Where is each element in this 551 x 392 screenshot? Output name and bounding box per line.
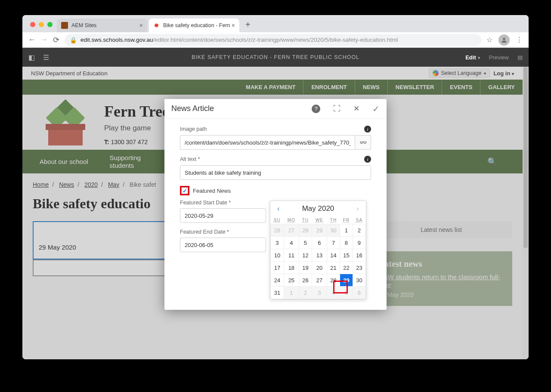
nav-events[interactable]: EVENTS bbox=[442, 80, 480, 95]
calendar-day[interactable]: 13 bbox=[312, 249, 327, 262]
edit-mode-selector[interactable]: Edit▾ bbox=[465, 54, 480, 61]
browser-tab-active[interactable]: Bike safety education - Fern Tr × bbox=[149, 19, 239, 32]
calendar-day[interactable]: 4 bbox=[327, 287, 340, 299]
calendar-day[interactable]: 30 bbox=[327, 224, 340, 237]
calendar-day[interactable]: 20 bbox=[312, 262, 327, 274]
browser-tab-inactive[interactable]: AEM Sites × bbox=[57, 19, 147, 32]
url-field[interactable]: 🔒 edit.sws.schools.nsw.gov.au/editor.htm… bbox=[65, 34, 481, 46]
preview-button[interactable]: Preview bbox=[489, 54, 509, 61]
prev-month-button[interactable]: ‹ bbox=[275, 205, 282, 213]
help-icon[interactable]: ? bbox=[312, 105, 320, 113]
quick-nav: MAKE A PAYMENT ENROLMENT NEWS NEWSLETTER… bbox=[22, 80, 523, 95]
calendar-day[interactable]: 17 bbox=[271, 262, 284, 274]
browse-button[interactable]: 👓 bbox=[355, 135, 371, 150]
calendar-day[interactable]: 27 bbox=[312, 274, 327, 287]
school-logo bbox=[44, 102, 87, 145]
calendar-day[interactable]: 31 bbox=[271, 287, 284, 299]
calendar-day[interactable]: 2 bbox=[299, 287, 312, 299]
calendar-day[interactable]: 21 bbox=[327, 262, 340, 274]
profile-icon[interactable] bbox=[498, 34, 510, 46]
close-window-button[interactable] bbox=[30, 22, 35, 27]
calendar-day[interactable]: 3 bbox=[271, 237, 284, 249]
calendar-day[interactable]: 29 bbox=[340, 274, 353, 287]
calendar-day[interactable]: 4 bbox=[284, 237, 299, 249]
calendar-day[interactable]: 23 bbox=[353, 262, 365, 274]
calendar-day[interactable]: 15 bbox=[340, 249, 353, 262]
nav-enrolment[interactable]: ENROLMENT bbox=[303, 80, 354, 95]
calendar-day[interactable]: 5 bbox=[340, 287, 353, 299]
calendar-grid: SUMOTUWETHFRSA 2627282930123456789101112… bbox=[270, 216, 366, 299]
top-strip: NSW Department of Education Select Langu… bbox=[22, 67, 523, 80]
close-icon[interactable]: ✕ bbox=[353, 104, 359, 113]
menu-icon[interactable]: ⋮ bbox=[516, 36, 523, 44]
calendar-day[interactable]: 27 bbox=[284, 224, 299, 237]
nav-news[interactable]: NEWS bbox=[355, 80, 387, 95]
calendar-day[interactable]: 2 bbox=[353, 224, 365, 237]
fullscreen-icon[interactable]: ⛶ bbox=[333, 105, 341, 113]
crumb-month[interactable]: May bbox=[108, 181, 119, 188]
calendar-day[interactable]: 25 bbox=[284, 274, 299, 287]
calendar-day[interactable]: 24 bbox=[271, 274, 284, 287]
calendar-day[interactable]: 28 bbox=[327, 274, 340, 287]
calendar-day[interactable]: 29 bbox=[312, 224, 327, 237]
latest-news-link[interactable]: NSW students return to the classroom ful… bbox=[379, 273, 500, 288]
calendar-day[interactable]: 14 bbox=[327, 249, 340, 262]
calendar-day[interactable]: 16 bbox=[353, 249, 365, 262]
date-picker-calendar: ‹ May 2020 › SUMOTUWETHFRSA 262728293012… bbox=[270, 201, 366, 299]
calendar-day[interactable]: 7 bbox=[327, 237, 340, 249]
new-tab-button[interactable]: + bbox=[241, 20, 255, 32]
page-properties-icon[interactable]: ☰ bbox=[43, 53, 53, 62]
calendar-day[interactable]: 1 bbox=[284, 287, 299, 299]
calendar-day[interactable]: 12 bbox=[299, 249, 312, 262]
crumb-year[interactable]: 2020 bbox=[84, 181, 98, 188]
calendar-day[interactable]: 11 bbox=[284, 249, 299, 262]
calendar-day[interactable]: 26 bbox=[299, 274, 312, 287]
page-scrollbar[interactable] bbox=[523, 67, 529, 359]
calendar-day[interactable]: 28 bbox=[299, 224, 312, 237]
start-date-field[interactable] bbox=[180, 208, 266, 223]
next-month-button[interactable]: › bbox=[354, 205, 362, 213]
bookmark-icon[interactable]: ☆ bbox=[486, 36, 492, 44]
nav-supporting[interactable]: Supporting students bbox=[110, 154, 153, 170]
calendar-day[interactable]: 5 bbox=[299, 237, 312, 249]
annotate-icon[interactable]: ▤ bbox=[517, 54, 523, 61]
calendar-day[interactable]: 3 bbox=[312, 287, 327, 299]
calendar-day[interactable]: 30 bbox=[353, 274, 365, 287]
side-panel-icon[interactable]: ◧ bbox=[28, 53, 38, 62]
calendar-day[interactable]: 10 bbox=[271, 249, 284, 262]
calendar-dow: FR bbox=[340, 216, 353, 224]
login-link[interactable]: Log in ▾ bbox=[493, 70, 514, 77]
calendar-day[interactable]: 8 bbox=[340, 237, 353, 249]
nav-payment[interactable]: MAKE A PAYMENT bbox=[238, 80, 303, 95]
calendar-day[interactable]: 6 bbox=[312, 237, 327, 249]
image-path-field[interactable] bbox=[180, 135, 355, 150]
search-icon[interactable]: 🔍 bbox=[487, 157, 497, 167]
calendar-day[interactable]: 6 bbox=[353, 287, 365, 299]
nav-newsletter[interactable]: NEWSLETTER bbox=[387, 80, 442, 95]
calendar-day[interactable]: 22 bbox=[340, 262, 353, 274]
calendar-day[interactable]: 9 bbox=[353, 237, 365, 249]
calendar-day[interactable]: 18 bbox=[284, 262, 299, 274]
calendar-day[interactable]: 19 bbox=[299, 262, 312, 274]
end-date-field[interactable] bbox=[180, 238, 266, 252]
info-icon[interactable]: i bbox=[364, 156, 371, 163]
maximize-window-button[interactable] bbox=[47, 22, 53, 27]
close-tab-icon[interactable]: × bbox=[139, 22, 143, 29]
back-button[interactable]: ← bbox=[26, 35, 38, 44]
close-tab-icon[interactable]: × bbox=[232, 22, 235, 29]
calendar-day[interactable]: 26 bbox=[271, 224, 284, 237]
reload-button[interactable]: ⟳ bbox=[50, 35, 62, 45]
crumb-news[interactable]: News bbox=[59, 181, 74, 188]
dialog-title: News Article bbox=[171, 104, 214, 113]
featured-news-checkbox[interactable]: ✓ bbox=[181, 187, 188, 194]
crumb-home[interactable]: Home bbox=[33, 181, 49, 188]
alt-text-field[interactable] bbox=[180, 165, 371, 180]
language-selector[interactable]: Select Language▾ bbox=[429, 68, 490, 78]
calendar-day[interactable]: 1 bbox=[340, 224, 353, 237]
minimize-window-button[interactable] bbox=[39, 22, 44, 27]
nav-gallery[interactable]: GALLERY bbox=[480, 80, 523, 95]
info-icon[interactable]: i bbox=[364, 126, 371, 133]
submit-icon[interactable]: ✓ bbox=[372, 104, 380, 114]
forward-button[interactable]: → bbox=[38, 35, 50, 44]
nav-about[interactable]: About our school bbox=[40, 158, 88, 165]
